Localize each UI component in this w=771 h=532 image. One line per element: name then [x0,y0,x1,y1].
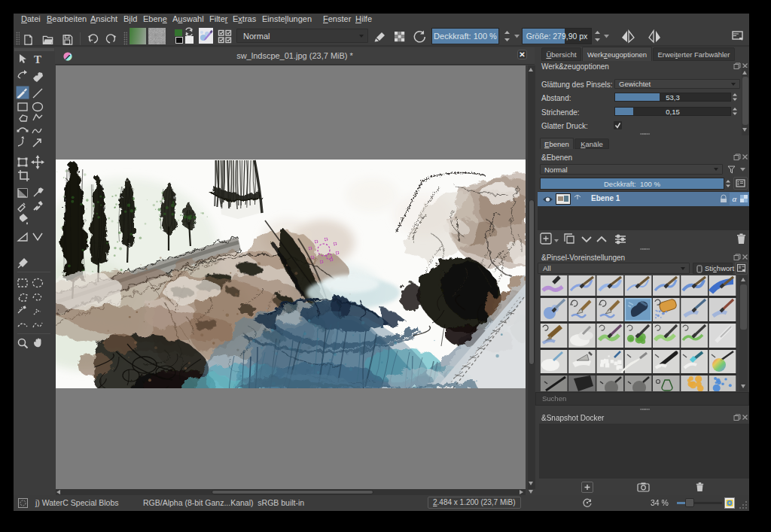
svg-text:T: T [34,53,41,65]
